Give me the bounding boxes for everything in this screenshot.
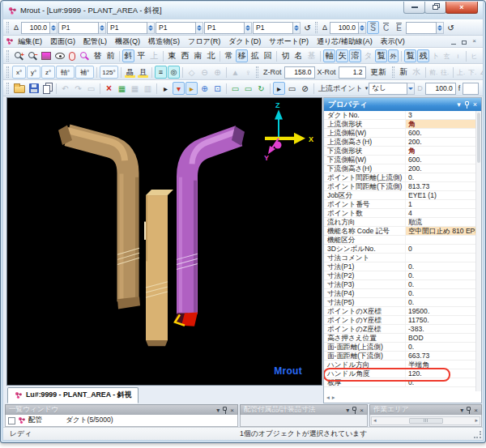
view-mode-button[interactable]: 東 xyxy=(166,49,178,62)
dropdown-icon[interactable] xyxy=(407,83,415,95)
mdi-minimize-button[interactable] xyxy=(450,38,457,45)
mdi-close-button[interactable]: × xyxy=(471,38,478,45)
restore-button[interactable] xyxy=(424,2,446,14)
p1-combo[interactable]: P1 xyxy=(156,22,203,34)
property-value[interactable]: 0. xyxy=(405,378,475,386)
edit-tool-button[interactable]: ▥ xyxy=(142,82,154,95)
property-row[interactable]: 上流側高さ(H) 200. xyxy=(324,138,475,147)
view-mode-button[interactable]: 西 xyxy=(179,49,191,62)
edit-tool-button[interactable]: ▦ xyxy=(129,82,141,95)
scroll-right-icon[interactable]: ▸ xyxy=(475,417,478,424)
view-mode-button[interactable]: 上 xyxy=(148,49,160,62)
edit-tool-button[interactable] xyxy=(156,83,157,94)
property-value[interactable]: 813.73 xyxy=(405,182,475,190)
toolbar-grip[interactable] xyxy=(6,22,9,33)
view-mode-button[interactable]: 移 xyxy=(236,49,248,62)
axis-lock-button[interactable]: ▲ xyxy=(229,66,241,79)
property-value[interactable]: 0. xyxy=(405,280,475,288)
axis-lock-button[interactable] xyxy=(96,67,97,78)
edit-tool-button[interactable] xyxy=(100,83,100,94)
edit-tool-button[interactable]: ⊡ xyxy=(211,82,224,95)
property-value[interactable] xyxy=(405,254,475,262)
sce-mode-button[interactable]: S xyxy=(367,21,379,34)
update-button[interactable]: 更新 xyxy=(367,66,390,79)
axis-lock-button[interactable]: y° xyxy=(27,66,40,79)
property-value[interactable]: 半端角 xyxy=(405,361,475,369)
edit-tool-button[interactable]: ▭ xyxy=(229,82,241,95)
axis-extra-button[interactable]: 水 xyxy=(411,66,423,79)
property-value[interactable]: 0. xyxy=(405,271,475,279)
toolbar-grip[interactable] xyxy=(6,83,9,94)
edit-tool-button[interactable]: ▭ xyxy=(242,82,254,95)
property-row[interactable]: 上流側形状 角 xyxy=(324,120,475,129)
edit-tool-button[interactable] xyxy=(313,83,314,94)
property-value[interactable]: 4 xyxy=(405,209,475,217)
property-row[interactable]: ポイントのY座標 11750. xyxy=(324,316,475,325)
property-value[interactable] xyxy=(405,236,475,244)
duct-tan-center[interactable] xyxy=(144,190,173,346)
pipe-label[interactable]: 配管 xyxy=(28,416,42,425)
edit-tool-button[interactable]: ▭ xyxy=(286,82,298,95)
property-row[interactable]: 寸法(P1) 0. xyxy=(324,262,475,271)
edit-tool-button[interactable] xyxy=(56,83,57,94)
property-row[interactable]: 寸法(P4) 0. xyxy=(324,289,475,298)
view-mode-button[interactable]: 拡 xyxy=(249,49,261,62)
scale-field[interactable]: 100.0 xyxy=(21,22,58,34)
view-mode-button[interactable] xyxy=(163,51,164,62)
property-row[interactable]: 下流側形状 角 xyxy=(324,147,475,156)
menu-item[interactable]: 構造物(S) xyxy=(144,36,184,47)
axis-lock-button[interactable]: ⊖ xyxy=(198,66,211,79)
edit-tool-button[interactable]: × xyxy=(103,82,115,95)
edit-tool-button[interactable]: ⊕ xyxy=(198,82,211,95)
zoom-in-button[interactable]: + xyxy=(12,49,25,62)
property-row[interactable]: 面-面距離(上流側) 0. xyxy=(324,343,475,352)
undo-view-button-2[interactable]: ↺ xyxy=(445,21,457,34)
empty-combo[interactable] xyxy=(406,22,444,34)
view-mode-button[interactable]: ヒ xyxy=(469,49,480,62)
property-row[interactable]: ポイント間距離(上流側) 0. xyxy=(324,173,475,182)
property-value[interactable]: 角 xyxy=(405,147,475,155)
mode-value[interactable]: なし xyxy=(369,83,407,95)
duct-tan-left[interactable] xyxy=(58,126,140,309)
property-value[interactable]: -383. xyxy=(405,325,475,333)
view-mode-button[interactable]: 切 xyxy=(279,49,292,62)
scrollbar-horizontal[interactable]: ◂ ▸ xyxy=(371,416,480,425)
property-value[interactable]: BOD xyxy=(405,334,475,342)
property-row[interactable]: 寸法(P5) 0. xyxy=(324,298,475,307)
view-mode-button[interactable]: 斜 xyxy=(122,49,134,62)
scrollbar-vertical[interactable] xyxy=(475,111,481,391)
view-mode-button[interactable]: 残 xyxy=(417,49,429,62)
spinner-icon[interactable] xyxy=(99,22,106,34)
menu-item[interactable]: サポート(P) xyxy=(265,36,313,47)
property-row[interactable]: ポイント番号 1 xyxy=(324,200,475,209)
search-view-button[interactable] xyxy=(78,49,91,62)
scale-field-2[interactable]: 100.0 xyxy=(330,22,366,34)
property-value[interactable]: EYE1 (1) xyxy=(405,191,475,199)
property-row[interactable]: 上流側幅(W) 600. xyxy=(324,129,475,138)
scroll-left-icon[interactable]: ◂ xyxy=(326,394,330,401)
sce-mode-button[interactable]: C xyxy=(380,21,392,34)
property-row[interactable]: ハンドル方向 半端角 xyxy=(324,361,475,369)
menu-item[interactable]: 通り芯/補助線(A) xyxy=(313,36,377,47)
spinner-icon[interactable] xyxy=(245,22,252,34)
spinner-icon[interactable] xyxy=(147,22,155,34)
undo-view-button[interactable]: ↺ xyxy=(301,21,313,34)
axis-lock-button[interactable]: ◎ xyxy=(168,66,180,79)
property-row[interactable]: 3DシンボルNo. 0 xyxy=(324,245,475,254)
axis-extra-button[interactable]: 新 xyxy=(398,66,410,79)
chevron-down-icon[interactable]: ▾ xyxy=(346,407,349,414)
property-value[interactable]: 空中開口止め 810 EPPO xyxy=(405,227,475,235)
axis-lock-button[interactable]: 且 xyxy=(137,66,149,79)
property-value[interactable]: 120. xyxy=(405,369,475,378)
axis-lock-button[interactable] xyxy=(226,67,227,78)
axis-extra-button[interactable] xyxy=(453,67,454,78)
view-mode-button[interactable]: i xyxy=(453,49,463,62)
view-mode-button[interactable]: 覧 xyxy=(375,49,387,62)
axis-lock-button[interactable]: ◇ xyxy=(185,66,198,79)
spinner-icon[interactable] xyxy=(293,22,301,34)
close-icon[interactable]: × xyxy=(474,407,478,414)
axis-lock-button[interactable]: z° xyxy=(41,66,55,79)
title-bar[interactable]: Mrout - [Lu#:9999 - PLANT_AREA - 斜視] × xyxy=(3,2,483,19)
axis-extra-button[interactable] xyxy=(425,67,426,78)
view-mode-button[interactable]: 卜 xyxy=(430,49,441,62)
